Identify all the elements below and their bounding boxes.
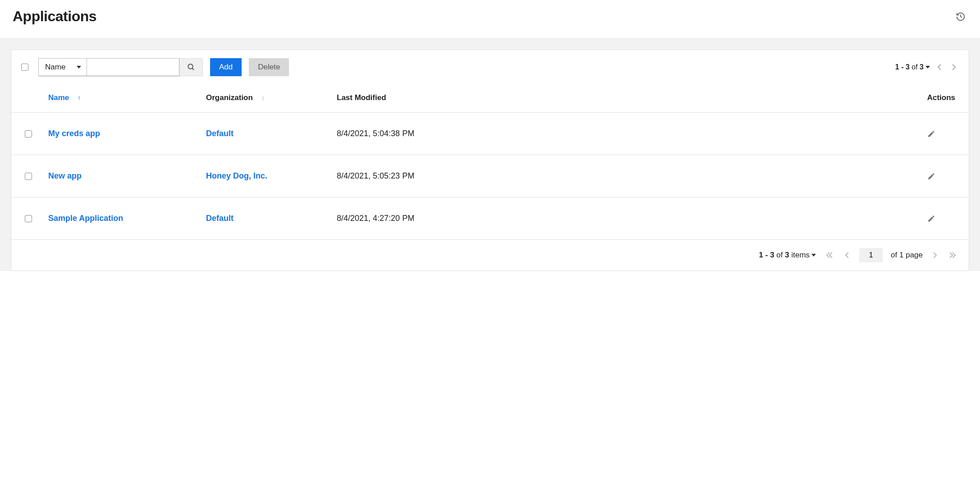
first-page-button[interactable]: [824, 250, 835, 260]
edit-icon[interactable]: [927, 130, 955, 138]
footer-items-summary[interactable]: 1 - 3 of 3 items: [759, 251, 816, 260]
footer-total: 3: [785, 251, 789, 259]
add-button[interactable]: Add: [210, 58, 242, 76]
footer-pager: 1 - 3 of 3 items of 1 page: [11, 240, 969, 270]
row-checkbox[interactable]: [25, 173, 32, 180]
svg-point-0: [188, 64, 193, 69]
next-page-arrow[interactable]: [949, 61, 959, 73]
next-page-button[interactable]: [931, 250, 939, 260]
table-row: Sample ApplicationDefault8/4/2021, 4:27:…: [11, 197, 969, 240]
footer-of: of: [776, 251, 783, 259]
applications-card: Name Add Delete 1 - 3: [11, 50, 969, 271]
sort-asc-icon: ↑: [78, 94, 81, 101]
table-row: New appHoney Dog, Inc.8/4/2021, 5:05:23 …: [11, 155, 969, 197]
column-header-name[interactable]: Name ↑: [43, 84, 201, 113]
footer-range: 1 - 3: [759, 251, 774, 259]
top-pager-range: 1 - 3: [895, 63, 910, 71]
delete-button[interactable]: Delete: [249, 58, 289, 76]
column-header-organization[interactable]: Organization ↕: [201, 84, 331, 113]
toolbar: Name Add Delete 1 - 3: [11, 50, 969, 84]
row-checkbox[interactable]: [25, 215, 32, 222]
organization-link[interactable]: Honey Dog, Inc.: [206, 171, 267, 180]
footer-items-label: items: [791, 251, 810, 259]
prev-page-arrow[interactable]: [934, 61, 944, 73]
prev-page-button[interactable]: [843, 250, 851, 260]
history-icon[interactable]: [954, 10, 967, 23]
edit-icon[interactable]: [927, 215, 955, 223]
page-title: Applications: [13, 8, 96, 25]
app-name-link[interactable]: My creds app: [48, 129, 100, 138]
sort-neutral-icon: ↕: [261, 94, 265, 101]
page-header: Applications: [0, 0, 980, 39]
row-checkbox[interactable]: [25, 130, 32, 138]
app-name-link[interactable]: Sample Application: [48, 214, 123, 223]
applications-table: Name ↑ Organization ↕ Last Modified Acti…: [11, 84, 969, 240]
select-all-checkbox[interactable]: [21, 64, 28, 71]
edit-icon[interactable]: [927, 172, 955, 180]
last-modified-text: 8/4/2021, 4:27:20 PM: [337, 214, 414, 223]
top-pager-summary[interactable]: 1 - 3 of 3: [895, 63, 930, 71]
table-row: My creds appDefault8/4/2021, 5:04:38 PM: [11, 113, 969, 155]
footer-of-page: of 1 page: [891, 251, 923, 260]
search-button[interactable]: [179, 58, 203, 76]
caret-down-icon: [77, 66, 81, 69]
last-modified-text: 8/4/2021, 5:05:23 PM: [337, 171, 414, 180]
caret-down-icon: [811, 254, 816, 257]
top-pager: 1 - 3 of 3: [895, 61, 959, 73]
top-pager-total: 3: [920, 63, 924, 71]
caret-down-icon: [925, 66, 930, 69]
search-icon: [187, 63, 195, 71]
search-input[interactable]: [87, 58, 179, 76]
app-name-link[interactable]: New app: [48, 171, 82, 180]
top-pager-of: of: [911, 63, 917, 71]
page-number-input[interactable]: [859, 248, 883, 262]
organization-link[interactable]: Default: [206, 129, 234, 138]
organization-link[interactable]: Default: [206, 214, 234, 223]
svg-line-1: [192, 68, 194, 70]
filter-field-label: Name: [45, 63, 65, 72]
search-group: [87, 58, 203, 76]
last-page-button[interactable]: [947, 250, 958, 260]
content-area: Name Add Delete 1 - 3: [0, 39, 980, 271]
column-header-last-modified[interactable]: Last Modified: [331, 84, 922, 113]
column-header-actions: Actions: [922, 84, 969, 113]
last-modified-text: 8/4/2021, 5:04:38 PM: [337, 129, 414, 138]
filter-field-select[interactable]: Name: [38, 58, 87, 76]
